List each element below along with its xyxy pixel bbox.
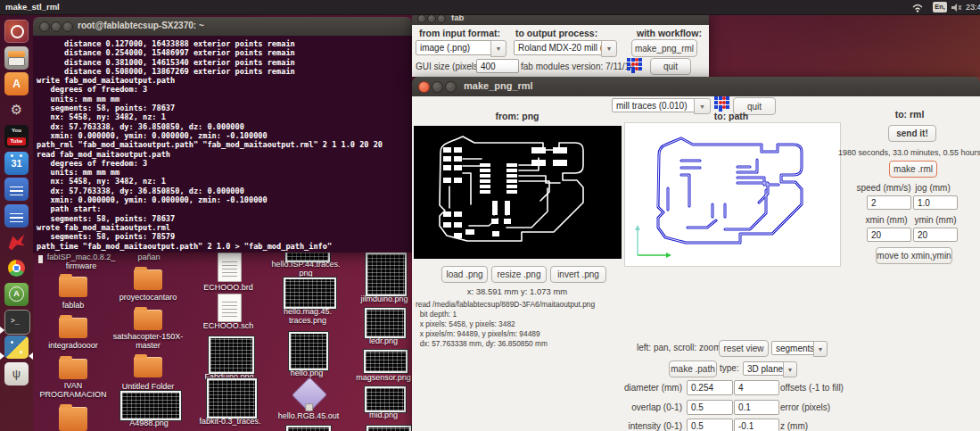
overlap-input[interactable]: 0.5 bbox=[687, 400, 733, 415]
jog-input[interactable]: 1.0 bbox=[913, 195, 958, 210]
folder-icon[interactable] bbox=[59, 277, 87, 297]
folder-icon[interactable] bbox=[59, 318, 87, 338]
pcb-image-icon[interactable] bbox=[120, 391, 181, 420]
clock[interactable]: 23:4 bbox=[966, 3, 980, 12]
offsets-input[interactable]: 4 bbox=[734, 380, 779, 395]
terminal-titlebar[interactable]: root@fablabtecsup-SX2370: ~ bbox=[33, 17, 412, 37]
eagle-cad-icon[interactable] bbox=[4, 230, 29, 253]
type-dropdown-arrow[interactable]: ▼ bbox=[783, 361, 797, 377]
pcb-image-icon[interactable] bbox=[365, 386, 406, 412]
desktop-icon-label[interactable]: ECHOOO.brd bbox=[179, 283, 277, 292]
libreoffice-writer-icon[interactable] bbox=[4, 178, 29, 201]
output-process-dropdown-arrow[interactable]: ▼ bbox=[601, 40, 617, 57]
pcb-image-icon[interactable] bbox=[209, 336, 254, 374]
wifi-icon[interactable] bbox=[911, 3, 924, 12]
version-label: fab modules version: 7/11/14 bbox=[521, 62, 635, 71]
terminal-line: units: mm mm mm bbox=[37, 95, 412, 104]
z-input[interactable]: -0.1 bbox=[734, 419, 779, 431]
close-button[interactable] bbox=[39, 21, 50, 32]
terminal-cursor bbox=[38, 255, 43, 263]
folder-icon[interactable] bbox=[134, 310, 162, 330]
maximize-button[interactable] bbox=[62, 21, 73, 32]
system-settings-icon[interactable]: ⚙ bbox=[4, 99, 29, 122]
path-canvas[interactable] bbox=[624, 122, 841, 267]
pcb-image-icon[interactable] bbox=[365, 308, 406, 338]
folder-icon[interactable] bbox=[134, 269, 162, 290]
top-menu-bar: make_stl_rml En, 23:4 bbox=[0, 0, 980, 15]
fab-quit-button[interactable]: quit bbox=[650, 58, 691, 75]
from-png-heading: from: png bbox=[428, 111, 606, 121]
terminal-icon[interactable]: >_ bbox=[4, 310, 30, 335]
running-indicator bbox=[0, 327, 4, 334]
desktop-icon-label[interactable]: Untitled Folder bbox=[99, 382, 197, 391]
pcb-image-icon[interactable] bbox=[207, 378, 257, 419]
reset-view-button[interactable]: reset view bbox=[719, 340, 769, 357]
folder-icon[interactable] bbox=[59, 359, 87, 379]
pcb-image-icon[interactable] bbox=[364, 350, 408, 373]
minimize-button[interactable] bbox=[51, 21, 62, 32]
files-icon[interactable] bbox=[4, 46, 29, 70]
pcb-image-icon[interactable] bbox=[289, 332, 328, 370]
resize-png-button[interactable]: resize .png bbox=[491, 266, 547, 283]
pcb-image-icon[interactable] bbox=[366, 426, 411, 431]
document-icon[interactable] bbox=[218, 294, 242, 322]
minimize-button[interactable] bbox=[432, 81, 443, 93]
gui-size-input[interactable]: 400 bbox=[476, 59, 519, 73]
close-button[interactable] bbox=[418, 81, 430, 93]
make-rml-button[interactable]: make .rml bbox=[889, 161, 937, 178]
software-center-icon[interactable]: A bbox=[4, 72, 29, 95]
type-select[interactable]: 3D plane bbox=[743, 361, 786, 376]
ubuntu-dash-icon[interactable] bbox=[4, 20, 29, 43]
calendar-icon[interactable]: 31 bbox=[4, 152, 29, 175]
desktop-icon-label[interactable]: hello.mag.45. traces.png bbox=[259, 307, 357, 325]
chrome-icon[interactable] bbox=[4, 257, 29, 280]
z-label: z (mm) bbox=[780, 421, 808, 431]
view-mode-select[interactable]: segments bbox=[771, 341, 817, 355]
pcb-image-icon[interactable] bbox=[284, 278, 336, 309]
app-grid-icon[interactable]: A bbox=[4, 283, 29, 306]
desktop-icon-label[interactable]: fablab bbox=[24, 301, 122, 310]
make-png-rml-button[interactable]: make_png_rml bbox=[631, 39, 697, 57]
folder-icon[interactable] bbox=[59, 407, 87, 431]
close-button[interactable] bbox=[417, 14, 426, 23]
desktop-screen: make_stl_rml En, 23:4 A⚙YouTube31A>_ψ fa… bbox=[0, 0, 980, 431]
view-mode-dropdown-arrow[interactable]: ▼ bbox=[813, 341, 828, 357]
maximize-button[interactable] bbox=[437, 14, 446, 23]
input-format-select[interactable]: image (.png) bbox=[416, 40, 494, 55]
youtube-icon[interactable]: YouTube bbox=[4, 125, 29, 148]
desktop-icon-label[interactable]: proyectocantaro bbox=[99, 293, 197, 302]
terminal-line: segments: 58, points: 78637 bbox=[37, 214, 412, 223]
pcb-image-icon[interactable] bbox=[286, 426, 331, 431]
speed-input[interactable]: 2 bbox=[867, 195, 911, 210]
terminal-line: nx: 5458, ny: 3482, nz: 1 bbox=[37, 177, 412, 186]
maximize-button[interactable] bbox=[445, 81, 457, 93]
keyboard-indicator[interactable]: En, bbox=[933, 2, 947, 12]
folder-icon[interactable] bbox=[134, 357, 162, 377]
minimize-button[interactable] bbox=[427, 14, 436, 23]
icon-glyph: >_ bbox=[11, 317, 29, 325]
png-canvas[interactable] bbox=[414, 126, 622, 259]
move-to-xmin-ymin-button[interactable]: move to xmin,ymin bbox=[876, 247, 952, 264]
fab-modules-logo-icon bbox=[627, 58, 642, 73]
input-format-dropdown-arrow[interactable]: ▼ bbox=[490, 40, 506, 57]
terminal-line: distance 0.254000, 15486997 exterior poi… bbox=[37, 48, 412, 57]
package-icon[interactable] bbox=[292, 377, 327, 412]
output-process-select[interactable]: Roland MDX-20 mill (.rml) bbox=[514, 40, 605, 55]
diameter-input[interactable]: 0.254 bbox=[687, 380, 733, 395]
ymin-input[interactable]: 20 bbox=[913, 228, 958, 242]
usb-creator-icon[interactable]: ψ bbox=[4, 362, 29, 385]
load-png-button[interactable]: load .png bbox=[441, 266, 488, 283]
invert-png-button[interactable]: invert .png bbox=[550, 266, 606, 283]
send-it-button[interactable]: send it! bbox=[888, 125, 936, 142]
volume-muted-icon[interactable] bbox=[951, 3, 962, 12]
terminal-body[interactable]: distance 0.127000, 16433888 exterior poi… bbox=[33, 36, 412, 253]
python-icon[interactable] bbox=[4, 336, 29, 359]
make-png-rml-titlebar[interactable]: make_png_rml bbox=[412, 77, 980, 97]
desktop-icon-label[interactable]: satshacopter-150X- master bbox=[99, 332, 197, 350]
libreoffice-document-icon[interactable] bbox=[4, 204, 29, 228]
intensity-input[interactable]: 0.5 bbox=[687, 419, 733, 431]
error-input[interactable]: 0.1 bbox=[734, 400, 779, 415]
xmin-input[interactable]: 20 bbox=[867, 228, 911, 242]
icon-glyph: ⚙ bbox=[4, 102, 29, 118]
make-path-button[interactable]: make .path bbox=[669, 361, 717, 377]
